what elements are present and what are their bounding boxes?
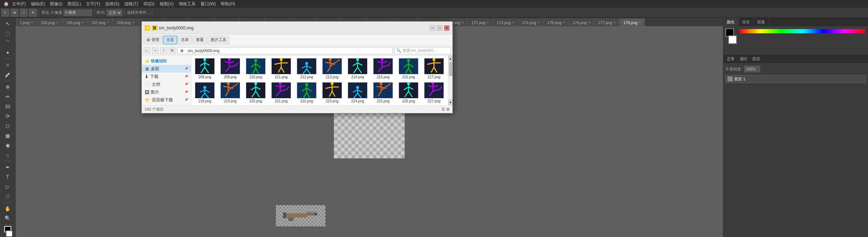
btn4[interactable]: ✦ <box>29 9 37 17</box>
tab-173png[interactable]: 173.png × <box>493 18 518 26</box>
path-select-tool[interactable]: ▷ <box>3 182 13 191</box>
hand-tool[interactable]: ✋ <box>3 204 13 213</box>
close-tab-156png[interactable]: × <box>82 21 84 24</box>
list-view-btn[interactable]: ☰ <box>441 107 445 112</box>
menu-image[interactable]: 图像(I) <box>48 0 64 8</box>
close-tab-175png[interactable]: × <box>563 21 565 24</box>
tab-175png[interactable]: 175.png × <box>544 18 569 26</box>
file-item[interactable]: 218.png <box>193 81 217 105</box>
menu-window[interactable]: 窗口(W) <box>198 0 218 8</box>
nav-documents[interactable]: 📄 文档 📌 <box>142 80 191 88</box>
properties-tab-btn[interactable]: 正常 <box>725 56 737 62</box>
tab-1png[interactable]: 1.png × <box>16 18 37 26</box>
dialog-up-btn[interactable]: ↑ <box>160 47 167 54</box>
bg-swatch[interactable] <box>728 35 737 44</box>
right-tab-color[interactable]: 颜色 <box>723 18 739 26</box>
file-item[interactable]: 216.png <box>397 57 421 80</box>
pen-tool[interactable]: ✒ <box>3 163 13 171</box>
nav-pictures[interactable]: 🖼 图片 📌 <box>142 88 191 96</box>
opacity-input[interactable] <box>744 66 760 72</box>
close-tab-157png[interactable]: × <box>107 21 109 24</box>
dialog-search-box[interactable]: 🔍 搜索'sm_body000...' <box>394 47 451 54</box>
file-item[interactable]: 222.png <box>295 81 319 105</box>
file-item[interactable]: 215.png <box>371 57 395 80</box>
tab-158png[interactable]: 158.png × <box>113 18 138 26</box>
file-item[interactable]: 226.png <box>397 81 421 105</box>
btn2[interactable]: ⊕ <box>11 9 18 17</box>
nav-xunlei[interactable]: 📁 迅雷极下载 📌 <box>142 96 191 104</box>
file-item[interactable]: 208.png <box>193 57 217 80</box>
nav-quickaccess-header[interactable]: ⭐ 快速访问 <box>142 57 191 65</box>
dialog-btn-view[interactable]: 查看 <box>193 36 207 44</box>
tab-156png[interactable]: 156.png × <box>62 18 88 26</box>
lasso-tool[interactable]: ⌒ <box>3 39 13 47</box>
scrollbar-up-btn[interactable]: ▲ <box>449 56 452 61</box>
menu-view[interactable]: 视图(V) <box>157 0 176 8</box>
menu-select[interactable]: 选择(S) <box>103 0 121 8</box>
dialog-btn-share[interactable]: 共享 <box>178 36 192 44</box>
file-item[interactable]: 211.png <box>269 57 293 80</box>
file-item[interactable]: 225.png <box>371 81 395 105</box>
menu-help[interactable]: 帮助(H) <box>219 0 237 8</box>
dialog-forward-btn[interactable]: → <box>152 47 159 54</box>
dialog-btn-manage[interactable]: ⚙ 管理 <box>143 36 162 44</box>
dialog-minimize-btn[interactable]: ─ <box>430 25 435 31</box>
file-item[interactable]: 223.png <box>320 81 344 105</box>
layer-item[interactable]: 图层 1 <box>725 75 866 83</box>
dialog-btn-home[interactable]: 主页 <box>163 36 177 44</box>
file-item[interactable]: 213.png <box>320 57 344 80</box>
scrollbar-thumb[interactable] <box>449 62 452 76</box>
file-item[interactable]: 220.png <box>244 81 268 105</box>
tab-174png[interactable]: 174.png × <box>518 18 544 26</box>
text-tool[interactable]: T <box>3 173 13 181</box>
tab-178png[interactable]: 178.png × <box>619 18 645 26</box>
bg-color[interactable] <box>6 230 13 237</box>
close-tab-155png[interactable]: × <box>56 21 58 24</box>
crop-tool[interactable]: ⌗ <box>3 61 13 69</box>
tab-157png[interactable]: 157.png × <box>88 18 113 26</box>
dodge-tool[interactable]: ○ <box>3 151 13 159</box>
attributes-tab-btn[interactable]: 属性 <box>737 56 750 62</box>
scrollbar-down-btn[interactable]: ▼ <box>449 100 452 105</box>
eraser-tool[interactable]: ◻ <box>3 122 13 130</box>
menu-text[interactable]: 文字(Y) <box>84 0 102 8</box>
close-tab-171png[interactable]: × <box>462 21 464 24</box>
brush-tool[interactable]: ✏ <box>3 92 13 101</box>
close-tab-177png[interactable]: × <box>614 21 616 24</box>
right-tab-pattern[interactable]: 图案 <box>754 18 769 26</box>
right-tab-gradient[interactable]: 渐变 <box>739 18 754 26</box>
file-item[interactable]: 214.png <box>346 57 370 80</box>
close-tab-176png[interactable]: × <box>588 21 590 24</box>
dialog-refresh-btn[interactable]: ↻ <box>169 47 176 54</box>
gradient-tool[interactable]: ▦ <box>3 131 13 140</box>
file-item[interactable]: 224.png <box>346 81 370 105</box>
btn3[interactable]: □ <box>20 9 28 17</box>
file-item[interactable]: 219.png <box>218 81 242 105</box>
menu-edit[interactable]: 编辑(E) <box>29 0 47 8</box>
move-tool-btn[interactable]: ↖ <box>1 9 9 17</box>
tab-177png[interactable]: 177.png × <box>594 18 620 26</box>
blur-tool[interactable]: ◉ <box>3 141 13 149</box>
file-item[interactable]: 227.png <box>422 81 446 105</box>
nav-downloads[interactable]: ⬇ 下载 📌 <box>142 73 191 80</box>
close-tab-174png[interactable]: × <box>538 21 540 24</box>
menu-plugins[interactable]: 增效工具 <box>177 0 198 8</box>
dialog-scrollbar[interactable]: ▲ ▼ <box>448 56 452 105</box>
dialog-path-bar[interactable]: 🖥 › sm_body0000.img <box>177 47 393 54</box>
heal-tool[interactable]: ⊕ <box>3 83 13 91</box>
select-tool[interactable]: ⬚ <box>3 29 13 38</box>
file-item[interactable]: 209.png <box>218 57 242 80</box>
close-tab-172png[interactable]: × <box>487 21 489 24</box>
dialog-back-btn[interactable]: ← <box>143 47 150 54</box>
file-item[interactable]: 210.png <box>244 57 268 80</box>
dialog-btn-picturetools[interactable]: 图片工具 <box>208 36 230 44</box>
dialog-close-btn[interactable]: × <box>444 25 450 31</box>
menu-file[interactable]: 文件(F) <box>10 0 28 8</box>
ps-home-btn[interactable]: 🏠 <box>3 1 9 7</box>
close-tab-173png[interactable]: × <box>512 21 514 24</box>
menu-3d[interactable]: 3D(D) <box>141 1 157 7</box>
shape-input[interactable] <box>64 10 92 16</box>
hue-slider[interactable] <box>740 29 865 33</box>
file-item[interactable]: 217.png <box>422 57 446 80</box>
file-item[interactable]: 212.png <box>295 57 319 80</box>
